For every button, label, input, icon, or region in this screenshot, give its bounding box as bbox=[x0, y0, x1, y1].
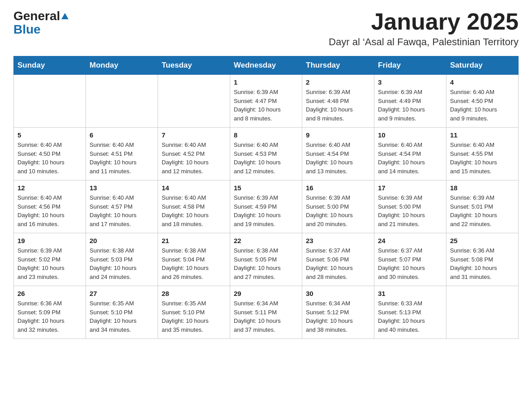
logo-general-text: General bbox=[13, 9, 60, 23]
day-info: Sunrise: 6:40 AMSunset: 4:56 PMDaylight:… bbox=[17, 193, 82, 228]
header-monday: Monday bbox=[86, 56, 158, 75]
table-row: 26Sunrise: 6:36 AMSunset: 5:09 PMDayligh… bbox=[14, 286, 86, 339]
logo: General Blue bbox=[13, 9, 69, 37]
table-row: 2Sunrise: 6:39 AMSunset: 4:48 PMDaylight… bbox=[302, 75, 374, 128]
table-row bbox=[446, 286, 519, 339]
day-number: 7 bbox=[162, 131, 226, 139]
table-row: 21Sunrise: 6:38 AMSunset: 5:04 PMDayligh… bbox=[158, 233, 230, 286]
day-info: Sunrise: 6:36 AMSunset: 5:09 PMDaylight:… bbox=[17, 299, 82, 334]
day-info: Sunrise: 6:39 AMSunset: 4:59 PMDaylight:… bbox=[234, 193, 298, 228]
day-number: 13 bbox=[90, 184, 154, 192]
table-row: 11Sunrise: 6:40 AMSunset: 4:55 PMDayligh… bbox=[446, 128, 519, 180]
day-number: 30 bbox=[306, 290, 370, 297]
day-info: Sunrise: 6:39 AMSunset: 5:00 PMDaylight:… bbox=[378, 193, 442, 228]
table-row: 17Sunrise: 6:39 AMSunset: 5:00 PMDayligh… bbox=[374, 180, 446, 233]
day-number: 18 bbox=[450, 184, 515, 192]
day-info: Sunrise: 6:37 AMSunset: 5:07 PMDaylight:… bbox=[378, 246, 442, 281]
day-number: 24 bbox=[378, 237, 442, 244]
day-number: 3 bbox=[378, 78, 442, 86]
day-number: 12 bbox=[17, 184, 82, 192]
day-info: Sunrise: 6:35 AMSunset: 5:10 PMDaylight:… bbox=[90, 299, 154, 334]
table-row: 25Sunrise: 6:36 AMSunset: 5:08 PMDayligh… bbox=[446, 233, 519, 286]
day-info: Sunrise: 6:40 AMSunset: 4:57 PMDaylight:… bbox=[90, 193, 154, 228]
header-thursday: Thursday bbox=[302, 56, 374, 75]
calendar-week-row: 5Sunrise: 6:40 AMSunset: 4:50 PMDaylight… bbox=[14, 128, 519, 180]
day-number: 6 bbox=[90, 131, 154, 139]
day-info: Sunrise: 6:39 AMSunset: 5:01 PMDaylight:… bbox=[450, 193, 515, 228]
table-row: 23Sunrise: 6:37 AMSunset: 5:06 PMDayligh… bbox=[302, 233, 374, 286]
table-row: 31Sunrise: 6:33 AMSunset: 5:13 PMDayligh… bbox=[374, 286, 446, 339]
table-row: 5Sunrise: 6:40 AMSunset: 4:50 PMDaylight… bbox=[14, 128, 86, 180]
day-number: 31 bbox=[378, 290, 442, 297]
day-number: 19 bbox=[17, 237, 82, 244]
day-number: 20 bbox=[90, 237, 154, 244]
table-row: 20Sunrise: 6:38 AMSunset: 5:03 PMDayligh… bbox=[86, 233, 158, 286]
logo-arrow-icon bbox=[61, 12, 69, 20]
day-number: 21 bbox=[162, 237, 226, 244]
table-row: 22Sunrise: 6:38 AMSunset: 5:05 PMDayligh… bbox=[230, 233, 302, 286]
calendar-table: Sunday Monday Tuesday Wednesday Thursday… bbox=[13, 56, 519, 339]
day-number: 2 bbox=[306, 78, 370, 86]
table-row: 1Sunrise: 6:39 AMSunset: 4:47 PMDaylight… bbox=[230, 75, 302, 128]
day-info: Sunrise: 6:40 AMSunset: 4:50 PMDaylight:… bbox=[450, 88, 515, 123]
day-info: Sunrise: 6:38 AMSunset: 5:03 PMDaylight:… bbox=[90, 246, 154, 281]
day-info: Sunrise: 6:39 AMSunset: 5:02 PMDaylight:… bbox=[17, 246, 82, 281]
day-info: Sunrise: 6:40 AMSunset: 4:55 PMDaylight:… bbox=[450, 141, 515, 176]
table-row: 4Sunrise: 6:40 AMSunset: 4:50 PMDaylight… bbox=[446, 75, 519, 128]
header-sunday: Sunday bbox=[14, 56, 86, 75]
day-info: Sunrise: 6:40 AMSunset: 4:51 PMDaylight:… bbox=[90, 141, 154, 176]
day-number: 25 bbox=[450, 237, 515, 244]
day-number: 15 bbox=[234, 184, 298, 192]
table-row: 18Sunrise: 6:39 AMSunset: 5:01 PMDayligh… bbox=[446, 180, 519, 233]
day-number: 17 bbox=[378, 184, 442, 192]
table-row: 27Sunrise: 6:35 AMSunset: 5:10 PMDayligh… bbox=[86, 286, 158, 339]
calendar-week-row: 19Sunrise: 6:39 AMSunset: 5:02 PMDayligh… bbox=[14, 233, 519, 286]
day-info: Sunrise: 6:39 AMSunset: 4:49 PMDaylight:… bbox=[378, 88, 442, 123]
day-info: Sunrise: 6:40 AMSunset: 4:50 PMDaylight:… bbox=[17, 141, 82, 176]
weekday-header-row: Sunday Monday Tuesday Wednesday Thursday… bbox=[14, 56, 519, 75]
header-wednesday: Wednesday bbox=[230, 56, 302, 75]
day-number: 28 bbox=[162, 290, 226, 297]
header-saturday: Saturday bbox=[446, 56, 519, 75]
table-row: 8Sunrise: 6:40 AMSunset: 4:53 PMDaylight… bbox=[230, 128, 302, 180]
day-info: Sunrise: 6:34 AMSunset: 5:11 PMDaylight:… bbox=[234, 299, 298, 334]
day-number: 5 bbox=[17, 131, 82, 139]
header-friday: Friday bbox=[374, 56, 446, 75]
table-row: 19Sunrise: 6:39 AMSunset: 5:02 PMDayligh… bbox=[14, 233, 86, 286]
day-number: 10 bbox=[378, 131, 442, 139]
table-row: 14Sunrise: 6:40 AMSunset: 4:58 PMDayligh… bbox=[158, 180, 230, 233]
table-row bbox=[158, 75, 230, 128]
day-info: Sunrise: 6:40 AMSunset: 4:54 PMDaylight:… bbox=[306, 141, 370, 176]
day-info: Sunrise: 6:38 AMSunset: 5:04 PMDaylight:… bbox=[162, 246, 226, 281]
table-row: 9Sunrise: 6:40 AMSunset: 4:54 PMDaylight… bbox=[302, 128, 374, 180]
title-block: January 2025 Dayr al ‘Asal al Fawqa, Pal… bbox=[329, 9, 519, 48]
table-row: 24Sunrise: 6:37 AMSunset: 5:07 PMDayligh… bbox=[374, 233, 446, 286]
day-number: 14 bbox=[162, 184, 226, 192]
day-number: 9 bbox=[306, 131, 370, 139]
table-row: 28Sunrise: 6:35 AMSunset: 5:10 PMDayligh… bbox=[158, 286, 230, 339]
table-row: 7Sunrise: 6:40 AMSunset: 4:52 PMDaylight… bbox=[158, 128, 230, 180]
day-info: Sunrise: 6:33 AMSunset: 5:13 PMDaylight:… bbox=[378, 299, 442, 334]
day-info: Sunrise: 6:38 AMSunset: 5:05 PMDaylight:… bbox=[234, 246, 298, 281]
calendar-week-row: 12Sunrise: 6:40 AMSunset: 4:56 PMDayligh… bbox=[14, 180, 519, 233]
day-info: Sunrise: 6:40 AMSunset: 4:52 PMDaylight:… bbox=[162, 141, 226, 176]
table-row bbox=[14, 75, 86, 128]
table-row: 3Sunrise: 6:39 AMSunset: 4:49 PMDaylight… bbox=[374, 75, 446, 128]
day-info: Sunrise: 6:39 AMSunset: 4:48 PMDaylight:… bbox=[306, 88, 370, 123]
table-row: 10Sunrise: 6:40 AMSunset: 4:54 PMDayligh… bbox=[374, 128, 446, 180]
day-info: Sunrise: 6:39 AMSunset: 4:47 PMDaylight:… bbox=[234, 88, 298, 123]
calendar-week-row: 1Sunrise: 6:39 AMSunset: 4:47 PMDaylight… bbox=[14, 75, 519, 128]
day-number: 4 bbox=[450, 78, 515, 86]
header-tuesday: Tuesday bbox=[158, 56, 230, 75]
table-row: 15Sunrise: 6:39 AMSunset: 4:59 PMDayligh… bbox=[230, 180, 302, 233]
day-info: Sunrise: 6:40 AMSunset: 4:58 PMDaylight:… bbox=[162, 193, 226, 228]
table-row: 6Sunrise: 6:40 AMSunset: 4:51 PMDaylight… bbox=[86, 128, 158, 180]
table-row: 16Sunrise: 6:39 AMSunset: 5:00 PMDayligh… bbox=[302, 180, 374, 233]
day-info: Sunrise: 6:39 AMSunset: 5:00 PMDaylight:… bbox=[306, 193, 370, 228]
day-number: 1 bbox=[234, 78, 298, 86]
table-row: 29Sunrise: 6:34 AMSunset: 5:11 PMDayligh… bbox=[230, 286, 302, 339]
day-info: Sunrise: 6:37 AMSunset: 5:06 PMDaylight:… bbox=[306, 246, 370, 281]
table-row: 30Sunrise: 6:34 AMSunset: 5:12 PMDayligh… bbox=[302, 286, 374, 339]
day-info: Sunrise: 6:40 AMSunset: 4:54 PMDaylight:… bbox=[378, 141, 442, 176]
day-number: 29 bbox=[234, 290, 298, 297]
